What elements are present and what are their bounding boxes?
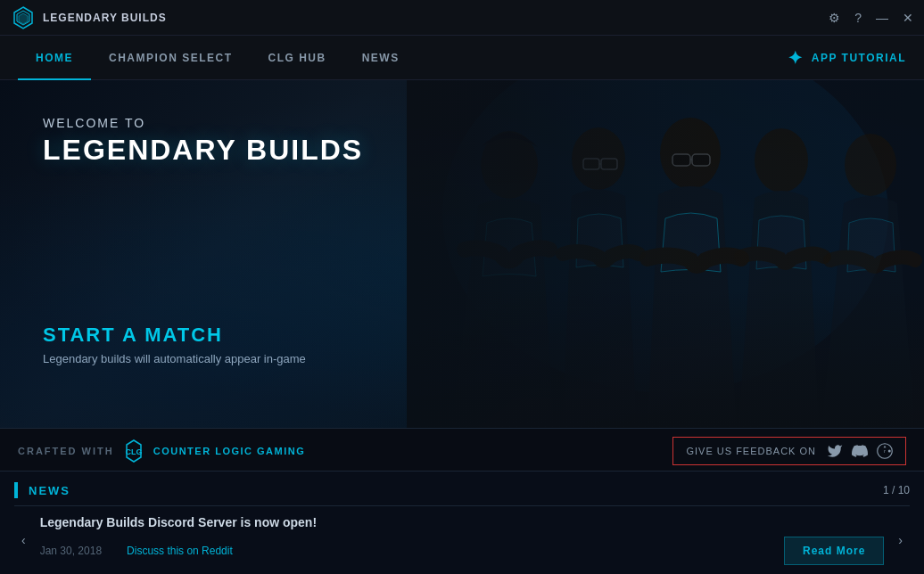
settings-icon[interactable]: ⚙ — [829, 11, 840, 25]
hero-content: WELCOME TO LEGENDARY BUILDS — [43, 116, 363, 167]
title-bar-controls: ⚙ ? — ✕ — [829, 11, 913, 25]
svg-text:CLG: CLG — [125, 447, 142, 456]
star-icon: ✦ — [788, 47, 804, 69]
app-title: LEGENDARY BUILDS — [43, 12, 167, 24]
start-match-section: START A MATCH Legendary builds will auto… — [43, 324, 306, 365]
news-content: Legendary Builds Discord Server is now o… — [40, 515, 885, 565]
news-prev-arrow[interactable]: ‹ — [14, 529, 33, 551]
help-icon[interactable]: ? — [854, 11, 862, 25]
welcome-to-text: WELCOME TO — [43, 116, 363, 130]
news-date-area: Jan 30, 2018 Discuss this on Reddit — [40, 545, 233, 557]
title-bar-left: LEGENDARY BUILDS — [11, 5, 167, 30]
news-container: NEWS 1 / 10 ‹ Legendary Builds Discord S… — [14, 472, 910, 574]
svg-text:r: r — [884, 448, 886, 454]
nav-home[interactable]: HOME — [18, 36, 91, 80]
news-panel: NEWS 1 / 10 ‹ Legendary Builds Discord S… — [0, 471, 924, 574]
feedback-text: GIVE US FEEDBACK ON — [686, 446, 816, 456]
news-next-arrow[interactable]: › — [891, 529, 910, 551]
news-footer: Jan 30, 2018 Discuss this on Reddit Read… — [40, 537, 885, 565]
news-body: ‹ Legendary Builds Discord Server is now… — [14, 506, 910, 574]
team-image — [407, 80, 924, 428]
nav-champion-select[interactable]: CHAMPION SELECT — [91, 36, 251, 80]
read-more-button[interactable]: Read More — [784, 537, 884, 565]
news-label: NEWS — [14, 482, 70, 498]
nav-links: HOME CHAMPION SELECT CLG HUB NEWS — [18, 36, 788, 80]
nav-clg-hub[interactable]: CLG HUB — [251, 36, 344, 80]
close-icon[interactable]: ✕ — [903, 11, 913, 25]
minimize-icon[interactable]: — — [876, 11, 888, 25]
hero-section: WELCOME TO LEGENDARY BUILDS START A MATC… — [0, 80, 924, 428]
news-headline: Legendary Builds Discord Server is now o… — [40, 515, 885, 529]
news-header: NEWS 1 / 10 — [14, 472, 910, 506]
crafted-label: CRAFTED WITH — [18, 446, 114, 456]
nav-news[interactable]: NEWS — [344, 36, 417, 80]
news-count: 1 / 10 — [883, 484, 910, 496]
legendary-builds-title: LEGENDARY BUILDS — [43, 134, 363, 167]
clg-logo-icon: CLG — [121, 439, 146, 463]
feedback-section: GIVE US FEEDBACK ON r — [672, 437, 906, 465]
news-bar-icon — [14, 482, 18, 498]
svg-rect-17 — [407, 80, 924, 428]
news-label-text: NEWS — [29, 484, 70, 497]
news-date-text: Jan 30, 2018 — [40, 545, 102, 557]
tutorial-label: APP TUTORIAL — [812, 52, 906, 64]
start-match-subtitle: Legendary builds will automatically appe… — [43, 352, 306, 365]
bottom-bar: CRAFTED WITH CLG COUNTER LOGIC GAMING GI… — [0, 428, 924, 472]
clg-name: COUNTER LOGIC GAMING — [153, 446, 306, 456]
start-match-title: START A MATCH — [43, 324, 306, 347]
app-logo-icon — [11, 5, 36, 30]
reddit-icon[interactable]: r — [877, 443, 893, 459]
svg-point-21 — [888, 449, 891, 452]
twitter-icon[interactable] — [827, 443, 843, 459]
social-icons: r — [827, 443, 893, 459]
discord-icon[interactable] — [852, 443, 868, 459]
nav-tutorial[interactable]: ✦ APP TUTORIAL — [788, 47, 906, 69]
crafted-section: CRAFTED WITH CLG COUNTER LOGIC GAMING — [18, 439, 305, 463]
nav-bar: HOME CHAMPION SELECT CLG HUB NEWS ✦ APP … — [0, 36, 924, 80]
title-bar: LEGENDARY BUILDS ⚙ ? — ✕ — [0, 0, 924, 36]
reddit-link[interactable]: Discuss this on Reddit — [127, 545, 233, 557]
